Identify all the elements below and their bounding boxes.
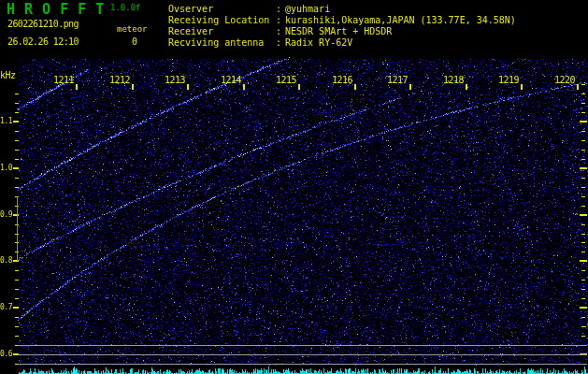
observer-info-row: Receiver:NESDR SMArt + HDSDR xyxy=(0,26,588,37)
info-value: kurashiki,Okayama,JAPAN (133.77E, 34.58N… xyxy=(285,15,516,25)
reference-line xyxy=(18,345,587,346)
observer-info-row: Receiving Location:kurashiki,Okayama,JAP… xyxy=(0,15,588,26)
info-value: @yuhmari xyxy=(285,4,330,14)
info-separator: : xyxy=(276,37,281,48)
time-tick-label: 1220 xyxy=(554,75,575,85)
info-label: Receiver xyxy=(168,26,274,36)
info-label: Receiving Location xyxy=(168,15,274,25)
reference-line xyxy=(18,364,587,365)
freq-tick-label: 1.1 xyxy=(0,117,12,125)
time-tick-label: 1212 xyxy=(109,75,130,85)
time-tick-label: 1217 xyxy=(387,75,408,85)
freq-tick-label: 0.8 xyxy=(0,256,12,265)
spectrogram-canvas xyxy=(0,0,588,374)
info-separator: : xyxy=(276,26,281,36)
reference-line xyxy=(18,354,587,355)
freq-tick-label: 1.0 xyxy=(0,164,12,172)
info-separator: : xyxy=(276,15,281,25)
freq-tick-label: 0.9 xyxy=(0,210,12,219)
time-tick-label: 1215 xyxy=(276,75,296,85)
observer-info-row: Recviving antenna:Radix RY-62V xyxy=(0,37,588,49)
doppler-marker-line xyxy=(17,196,18,261)
freq-tick-label: 0.7 xyxy=(0,303,12,311)
observer-info-row: Ovserver:@yuhmari xyxy=(0,4,588,15)
time-tick-label: 1218 xyxy=(443,75,464,85)
info-value: Radix RY-62V xyxy=(285,37,352,48)
info-value: NESDR SMArt + HDSDR xyxy=(285,26,392,36)
info-label: Recviving antenna xyxy=(168,37,274,48)
time-tick-label: 1216 xyxy=(332,75,352,85)
time-tick-label: 1211 xyxy=(53,75,74,85)
freq-tick-label: 0.6 xyxy=(0,350,12,358)
time-tick-label: 1214 xyxy=(221,75,241,85)
info-label: Ovserver xyxy=(168,4,274,14)
hrofft-screen: H R O F F T 1.0.0f 2602261210.png 26.02.… xyxy=(0,0,588,374)
time-tick-label: 1213 xyxy=(165,75,185,85)
time-tick-label: 1219 xyxy=(498,75,519,85)
info-separator: : xyxy=(276,4,281,14)
freq-unit-label: kHz xyxy=(0,70,16,80)
